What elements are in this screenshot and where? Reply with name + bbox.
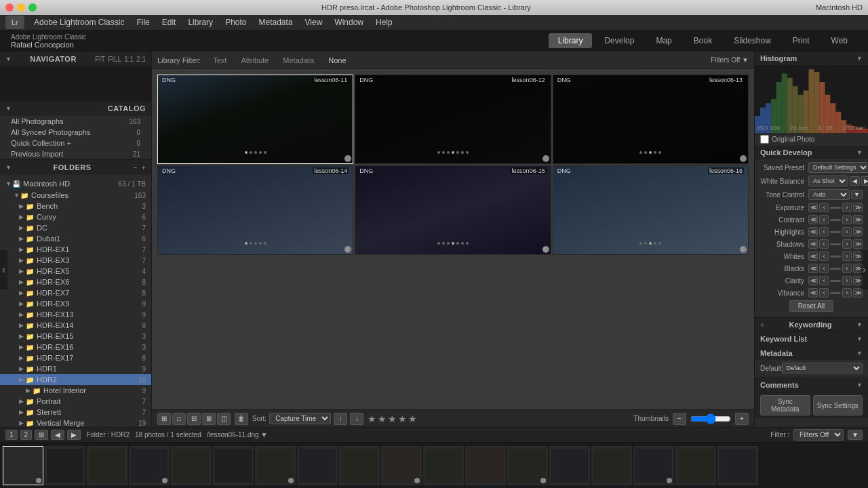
folder-toggle-icon[interactable]: ▶ [19,214,26,220]
folder-toggle-icon[interactable]: ▶ [19,420,26,426]
qd-increase[interactable]: › [842,239,852,249]
filmstrip-thumb[interactable] [591,446,632,485]
star-4[interactable]: ★ [398,413,407,424]
catalog-synced[interactable]: All Synced Photographs 0 [0,127,151,138]
keywording-header[interactable]: + Keywording ▼ [755,318,868,331]
folder-toggle-icon[interactable]: ▶ [19,257,26,264]
grid-cell[interactable]: lesson06-11DNG [157,75,353,164]
folder-toggle-icon[interactable]: ▶ [19,354,26,361]
folder-toggle-icon[interactable]: ▶ [19,409,26,415]
white-balance-prev[interactable]: ◀ [850,176,860,186]
folder-item[interactable]: ▶ 📁 HDR-EX16 3 [0,342,151,352]
filmstrip-thumb[interactable] [339,446,380,485]
qd-decrease[interactable]: ‹ [819,203,829,212]
qd-decrease[interactable]: ‹ [819,251,829,261]
module-tab-book[interactable]: Book [684,33,722,48]
filmstrip-thumb[interactable] [129,446,170,485]
folder-toggle-icon[interactable]: ▶ [19,365,26,372]
qd-increase[interactable]: › [842,215,852,224]
nav-prev-btn[interactable]: ◀ [51,430,64,440]
qd-decrease-large[interactable]: ≪ [808,203,818,212]
metadata-header[interactable]: Metadata ▼ [755,346,868,360]
grid-cell[interactable]: lesson06-15DNG5 [355,165,551,255]
catalog-all-photos[interactable]: All Photographs 163 [0,116,151,127]
filmstrip-thumb[interactable] [45,446,85,485]
maximize-button[interactable] [28,3,37,12]
traffic-lights[interactable] [5,3,37,12]
grid-cell[interactable]: lesson06-14DNG4 [157,165,353,255]
filmstrip-thumb[interactable] [213,446,254,485]
filmstrip-thumb[interactable] [675,446,716,485]
white-balance-select[interactable]: As Shot Auto Daylight Cloudy [808,176,848,186]
folder-item[interactable]: ▶ 📁 HDR-EX5 4 [0,266,151,277]
metadata-preset-select[interactable]: Default [782,363,863,373]
qd-decrease-large[interactable]: ≪ [808,239,818,249]
star-rating-filter[interactable]: ★ ★ ★ ★ ★ [368,413,417,424]
filmstrip-thumb[interactable] [171,446,212,485]
quick-develop-header[interactable]: Quick Develop ▼ [755,146,868,159]
star-3[interactable]: ★ [388,413,397,424]
navigator-header[interactable]: ▼ Navigator FIT FILL 1:1 2:1 [0,52,151,66]
menu-edit[interactable]: Edit [157,16,182,28]
qd-increase[interactable]: › [842,276,852,285]
folder-item[interactable]: ▶ 📁 Dubai1 6 [0,233,151,244]
folder-toggle-icon[interactable]: ▶ [19,311,26,318]
qd-decrease[interactable]: ‹ [819,239,829,249]
original-photo-checkbox[interactable] [760,135,769,144]
grid-cell[interactable]: lesson06-16DNG6 [553,165,749,255]
folder-item[interactable]: ▶ 📁 HDR-EX9 9 [0,298,151,309]
compare-btn[interactable]: ⊟ [187,413,201,425]
module-tab-develop[interactable]: Develop [595,33,644,48]
qd-increase-large[interactable]: ≫ [853,227,863,237]
nav-1-1[interactable]: 1:1 [124,56,134,63]
module-tab-map[interactable]: Map [646,33,681,48]
nav-next-btn[interactable]: ▶ [67,430,81,440]
qd-decrease[interactable]: ‹ [819,288,829,298]
filmstrip-thumb[interactable] [3,446,43,485]
thumbnail-size-down[interactable]: − [673,413,686,425]
folder-toggle-icon[interactable]: ▶ [19,376,26,383]
filmstrip-thumb[interactable] [465,446,506,485]
grid-view-btn[interactable]: ⊞ [157,413,171,425]
coursefiles-toggle[interactable]: ▼ [14,192,20,199]
filmstrip-thumb[interactable] [297,446,338,485]
reset-all-button[interactable]: Reset All [789,300,833,312]
folder-toggle-icon[interactable]: ▶ [19,279,26,285]
folder-item[interactable]: ▶ 📁 HDR-EX17 8 [0,352,151,363]
folder-item[interactable]: ▶ 📁 DC 7 [0,222,151,233]
filmstrip-thumb[interactable] [423,446,464,485]
tone-control-expand[interactable]: ▼ [851,190,863,199]
keyword-list-header[interactable]: Keyword List ▼ [755,332,868,346]
qd-decrease-large[interactable]: ≪ [808,215,818,224]
catalog-quick-collection[interactable]: Quick Collection + 0 [0,138,151,148]
saved-preset-select[interactable]: Default Settings [808,162,868,173]
comments-header[interactable]: Comments ▼ [755,378,868,392]
folder-toggle-icon[interactable]: ▶ [19,224,26,231]
menu-file[interactable]: File [131,16,155,28]
qd-decrease-large[interactable]: ≪ [808,288,818,298]
histogram-header[interactable]: Histogram ▼ [755,52,868,65]
menu-lightroom[interactable]: Adobe Lightroom Classic [28,16,130,28]
folder-item[interactable]: ▶ 📁 HDR1 9 [0,363,151,374]
qd-decrease[interactable]: ‹ [819,227,829,237]
folders-plus[interactable]: + [142,163,146,171]
folder-toggle-icon[interactable]: ▶ [19,268,26,274]
filmstrip-thumb[interactable] [507,446,548,485]
folder-item[interactable]: ▶ 📁 Hotel Interior 9 [0,385,151,396]
sync-settings-button[interactable]: Sync Settings [813,395,863,415]
filmstrip-thumb[interactable] [381,446,422,485]
right-panel-toggle[interactable]: › [861,250,868,289]
folder-toggle-icon[interactable]: ▶ [26,387,33,394]
qd-decrease-large[interactable]: ≪ [808,276,818,285]
folder-item[interactable]: ▶ 📁 Curvy 6 [0,211,151,222]
module-tab-slideshow[interactable]: Slideshow [724,33,781,48]
folder-coursefiles[interactable]: ▼ 📁 Coursefiles 163 [0,190,151,201]
star-2[interactable]: ★ [378,413,387,424]
folder-item[interactable]: ▶ 📁 HDR2 18 [0,374,151,385]
qd-increase[interactable]: › [842,264,852,273]
folder-item[interactable]: ▶ 📁 HDR-EX7 8 [0,287,151,298]
thumbnail-size-slider[interactable] [690,413,731,424]
view-mode-2[interactable]: 2 [20,430,33,440]
sort-select[interactable]: Capture Time Added Order Edit Time File … [269,413,331,424]
folder-toggle-icon[interactable]: ▶ [19,398,26,405]
